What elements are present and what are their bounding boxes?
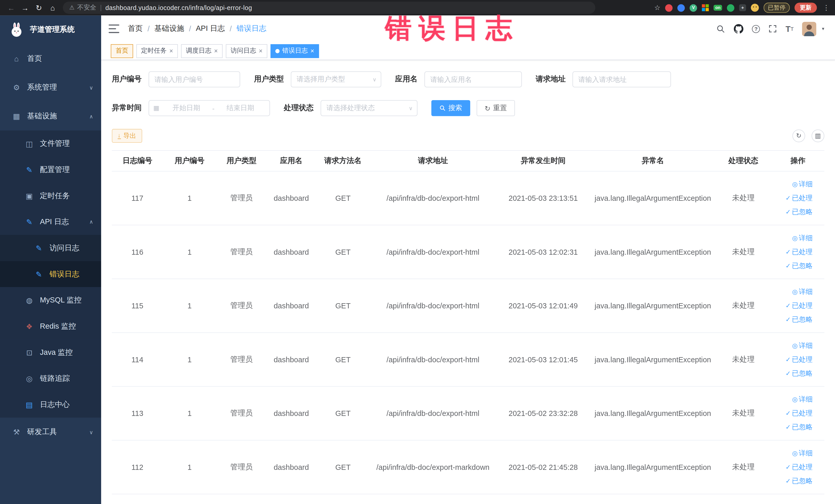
app-name-input[interactable] xyxy=(424,72,522,87)
app-logo[interactable]: 芋道管理系统 xyxy=(0,15,101,44)
cell-exception-time: 2021-05-03 12:02:31 xyxy=(496,225,590,279)
fullscreen-icon[interactable] xyxy=(769,24,777,33)
column-settings-button[interactable]: ▥ xyxy=(812,129,824,142)
mark-ignored-link[interactable]: ✓已忽略 xyxy=(773,313,813,327)
ext-on-badge[interactable]: on xyxy=(714,5,722,11)
chevron-down-icon[interactable]: ▾ xyxy=(822,26,824,32)
sidebar-toggle-icon[interactable] xyxy=(108,24,119,33)
sidebar-item-java-monitor[interactable]: ⊡ Java 监控 xyxy=(0,339,101,366)
home-icon[interactable]: ⌂ xyxy=(46,3,60,12)
mark-processed-link[interactable]: ✓已处理 xyxy=(773,460,813,474)
cell-app-name: dashboard xyxy=(267,171,316,225)
sidebar-item-link-tracing[interactable]: ◎ 链路追踪 xyxy=(0,365,101,391)
sidebar-item-error-log[interactable]: ✎ 错误日志 xyxy=(0,261,101,287)
mark-processed-link[interactable]: ✓已处理 xyxy=(773,406,813,420)
process-status-select[interactable]: 请选择处理状态 ∨ xyxy=(321,100,418,116)
sidebar-item-dev-tools[interactable]: ⚒ 研发工具 ∨ xyxy=(0,418,101,446)
sidebar-item-home[interactable]: ⌂ 首页 xyxy=(0,44,101,73)
detail-link[interactable]: ◎详细 xyxy=(773,392,813,406)
tab-error-log[interactable]: 错误日志 × xyxy=(270,44,319,58)
tab-schedule-log[interactable]: 调度日志 × xyxy=(181,44,223,58)
sidebar-item-access-log[interactable]: ✎ 访问日志 xyxy=(0,235,101,261)
close-icon[interactable]: × xyxy=(311,47,314,55)
sidebar-item-system-management[interactable]: ⚙ 系统管理 ∨ xyxy=(0,73,101,102)
cell-user-id: 1 xyxy=(163,171,216,225)
cell-user-type: 管理员 xyxy=(216,386,267,440)
ext-tampermonkey-icon[interactable] xyxy=(751,4,759,12)
detail-link[interactable]: ◎详细 xyxy=(773,339,813,352)
sidebar-item-file-management[interactable]: ◫ 文件管理 xyxy=(0,130,101,157)
mark-ignored-link[interactable]: ✓已忽略 xyxy=(773,205,813,219)
ext-drop-icon[interactable] xyxy=(677,4,685,12)
address-bar[interactable]: ⚠ 不安全 dashboard.yudao.iocoder.cn/infra/l… xyxy=(63,2,595,14)
ext-dark-icon[interactable]: ✦ xyxy=(739,4,746,11)
security-label[interactable]: 不安全 xyxy=(77,3,97,12)
exception-time-range-picker[interactable]: ▦ 开始日期 - 结束日期 xyxy=(149,100,270,116)
cell-actions: ◎详细 ✓已处理 ✓已忽略 xyxy=(772,386,824,440)
close-icon[interactable]: × xyxy=(169,47,173,55)
font-size-icon[interactable]: TT xyxy=(786,24,794,33)
browser-menu-icon[interactable]: ⋮ xyxy=(822,4,831,12)
user-id-input[interactable] xyxy=(149,72,240,87)
github-icon[interactable] xyxy=(734,24,744,33)
refresh-table-button[interactable]: ↻ xyxy=(792,129,805,142)
cell-exception-time: 2021-05-03 23:13:51 xyxy=(496,171,590,225)
mark-ignored-link[interactable]: ✓已忽略 xyxy=(773,366,813,380)
database-icon: ◍ xyxy=(23,296,35,304)
cell-log-id: 115 xyxy=(112,279,163,333)
request-url-input[interactable] xyxy=(572,72,671,87)
breadcrumb-infrastructure[interactable]: 基础设施 xyxy=(154,24,184,33)
close-icon[interactable]: × xyxy=(214,47,218,55)
paused-badge[interactable]: 已暂停 xyxy=(763,3,790,13)
user-type-select[interactable]: 请选择用户类型 ∨ xyxy=(291,72,382,87)
tab-access-log[interactable]: 访问日志 × xyxy=(226,44,267,58)
mark-processed-link[interactable]: ✓已处理 xyxy=(773,191,813,205)
url-text[interactable]: dashboard.yudao.iocoder.cn/infra/log/api… xyxy=(105,4,252,12)
chevron-down-icon: ∨ xyxy=(89,429,93,435)
detail-link[interactable]: ◎详细 xyxy=(773,231,813,245)
detail-link[interactable]: ◎详细 xyxy=(773,177,813,191)
reset-button[interactable]: ↻ 重置 xyxy=(477,100,515,116)
close-icon[interactable]: × xyxy=(259,47,263,55)
sidebar-item-config-management[interactable]: ✎ 配置管理 xyxy=(0,157,101,183)
page-content: 用户编号 用户类型 请选择用户类型 ∨ 应用名 xyxy=(101,60,835,504)
check-icon: ✓ xyxy=(786,463,791,471)
check-icon: ✓ xyxy=(786,262,791,269)
ext-green-icon[interactable] xyxy=(727,4,734,12)
sidebar-item-mysql-monitor[interactable]: ◍ MySQL 监控 xyxy=(0,287,101,313)
back-icon[interactable]: ← xyxy=(4,3,18,12)
avatar[interactable] xyxy=(802,22,816,36)
mark-ignored-link[interactable]: ✓已忽略 xyxy=(773,474,813,488)
sidebar-item-infrastructure[interactable]: ▦ 基础设施 ∧ xyxy=(0,102,101,130)
browser-update-button[interactable]: 更新 xyxy=(794,3,817,13)
sidebar-item-log-center[interactable]: ▤ 日志中心 xyxy=(0,391,101,418)
cell-exception-time: 2021-05-02 23:32:28 xyxy=(496,386,590,440)
detail-link[interactable]: ◎详细 xyxy=(773,285,813,299)
ext-adblock-icon[interactable] xyxy=(665,4,673,12)
reload-icon[interactable]: ↻ xyxy=(32,3,46,12)
tab-home[interactable]: 首页 xyxy=(111,44,133,58)
forward-icon[interactable]: → xyxy=(18,3,32,12)
mark-processed-link[interactable]: ✓已处理 xyxy=(773,299,813,313)
mark-ignored-link[interactable]: ✓已忽略 xyxy=(773,420,813,434)
cell-user-id: 1 xyxy=(163,333,216,387)
sidebar-item-api-logs[interactable]: ✎ API 日志 ∧ xyxy=(0,209,101,235)
breadcrumb-api-logs[interactable]: API 日志 xyxy=(196,24,225,33)
mark-processed-link[interactable]: ✓已处理 xyxy=(773,245,813,259)
sidebar-item-redis-monitor[interactable]: ❖ Redis 监控 xyxy=(0,313,101,339)
mark-processed-link[interactable]: ✓已处理 xyxy=(773,352,813,366)
tab-scheduled-tasks[interactable]: 定时任务 × xyxy=(136,44,178,58)
search-button[interactable]: 搜索 xyxy=(431,100,470,116)
bookmark-star-icon[interactable]: ☆ xyxy=(654,4,660,12)
cell-user-id: 1 xyxy=(163,386,216,440)
ext-vue-devtools-icon[interactable]: V xyxy=(690,4,697,12)
mark-ignored-link[interactable]: ✓已忽略 xyxy=(773,259,813,273)
browser-toolbar: ← → ↻ ⌂ ⚠ 不安全 dashboard.yudao.iocoder.cn… xyxy=(0,0,835,15)
help-icon[interactable]: ? xyxy=(752,25,760,33)
export-button[interactable]: ↓ 导出 xyxy=(112,129,142,143)
ext-grid-icon[interactable] xyxy=(702,4,709,11)
search-icon[interactable] xyxy=(716,24,726,33)
sidebar-item-scheduled-tasks[interactable]: ▣ 定时任务 xyxy=(0,183,101,209)
breadcrumb-home[interactable]: 首页 xyxy=(128,24,143,33)
detail-link[interactable]: ◎详细 xyxy=(773,446,813,460)
